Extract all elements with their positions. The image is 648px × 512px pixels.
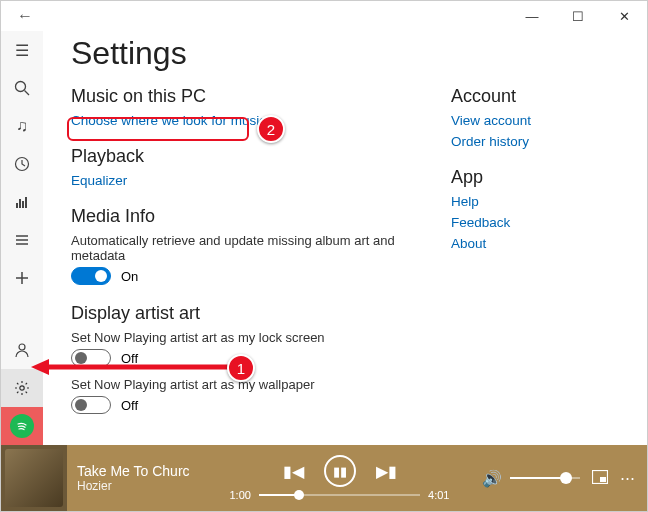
choose-music-location-link[interactable]: Choose where we look for music xyxy=(71,113,411,128)
svg-point-12 xyxy=(19,344,25,350)
svg-point-13 xyxy=(20,386,24,390)
svg-rect-6 xyxy=(25,197,27,208)
svg-line-1 xyxy=(25,91,30,96)
order-history-link[interactable]: Order history xyxy=(451,134,601,149)
more-icon[interactable]: ⋯ xyxy=(620,469,635,487)
section-music-heading: Music on this PC xyxy=(71,86,411,107)
close-button[interactable]: ✕ xyxy=(601,1,647,31)
mediainfo-toggle-label: On xyxy=(121,269,138,284)
page-title: Settings xyxy=(71,35,619,72)
section-playback-heading: Playback xyxy=(71,146,411,167)
transport-controls: ▮◀ ▮▮ ▶▮ 1:00 4:01 xyxy=(207,455,472,501)
maximize-button[interactable]: ☐ xyxy=(555,1,601,31)
callout-badge-2: 2 xyxy=(257,115,285,143)
about-link[interactable]: About xyxy=(451,236,601,251)
svg-rect-5 xyxy=(22,201,24,208)
player-bar: Take Me To Churc Hozier ▮◀ ▮▮ ▶▮ 1:00 4:… xyxy=(1,445,647,511)
main-content: Settings Music on this PC Choose where w… xyxy=(43,31,647,445)
back-button[interactable]: ← xyxy=(9,1,41,31)
volume-icon[interactable]: 🔊 xyxy=(482,469,502,488)
track-info[interactable]: Take Me To Churc Hozier xyxy=(77,463,207,493)
settings-icon[interactable] xyxy=(1,369,43,407)
playlists-icon[interactable] xyxy=(1,221,43,259)
mediainfo-toggle[interactable] xyxy=(71,267,111,285)
svg-rect-3 xyxy=(16,203,18,208)
track-title: Take Me To Churc xyxy=(77,463,207,479)
svg-rect-17 xyxy=(600,477,606,482)
lockscreen-toggle-label: Off xyxy=(121,351,138,366)
svg-rect-4 xyxy=(19,199,21,208)
add-icon[interactable] xyxy=(1,259,43,297)
artistart-lockscreen-desc: Set Now Playing artist art as my lock sc… xyxy=(71,330,411,345)
music-icon[interactable]: ♫ xyxy=(1,107,43,145)
section-artistart-heading: Display artist art xyxy=(71,303,411,324)
wallpaper-toggle-label: Off xyxy=(121,398,138,413)
album-art[interactable] xyxy=(1,445,67,511)
next-button[interactable]: ▶▮ xyxy=(376,462,397,481)
track-artist: Hozier xyxy=(77,479,207,493)
sidebar: ☰ ♫ xyxy=(1,31,43,445)
miniplayer-icon[interactable] xyxy=(592,470,608,487)
view-account-link[interactable]: View account xyxy=(451,113,601,128)
feedback-link[interactable]: Feedback xyxy=(451,215,601,230)
now-playing-icon[interactable] xyxy=(1,183,43,221)
help-link[interactable]: Help xyxy=(451,194,601,209)
lockscreen-toggle[interactable] xyxy=(71,349,111,367)
recent-icon[interactable] xyxy=(1,145,43,183)
section-account-heading: Account xyxy=(451,86,601,107)
time-current: 1:00 xyxy=(230,489,251,501)
volume-slider[interactable] xyxy=(510,477,580,479)
callout-badge-1: 1 xyxy=(227,354,255,382)
svg-point-0 xyxy=(16,82,26,92)
play-pause-button[interactable]: ▮▮ xyxy=(324,455,356,487)
mediainfo-desc: Automatically retrieve and update missin… xyxy=(71,233,411,263)
search-icon[interactable] xyxy=(1,69,43,107)
section-app-heading: App xyxy=(451,167,601,188)
time-total: 4:01 xyxy=(428,489,449,501)
spotify-icon[interactable] xyxy=(1,407,43,445)
progress-bar[interactable] xyxy=(259,494,420,496)
account-icon[interactable] xyxy=(1,331,43,369)
minimize-button[interactable]: — xyxy=(509,1,555,31)
prev-button[interactable]: ▮◀ xyxy=(283,462,304,481)
wallpaper-toggle[interactable] xyxy=(71,396,111,414)
hamburger-icon[interactable]: ☰ xyxy=(1,31,43,69)
window-controls: — ☐ ✕ xyxy=(509,1,647,31)
section-mediainfo-heading: Media Info xyxy=(71,206,411,227)
equalizer-link[interactable]: Equalizer xyxy=(71,173,411,188)
title-bar: ← — ☐ ✕ xyxy=(1,1,647,31)
